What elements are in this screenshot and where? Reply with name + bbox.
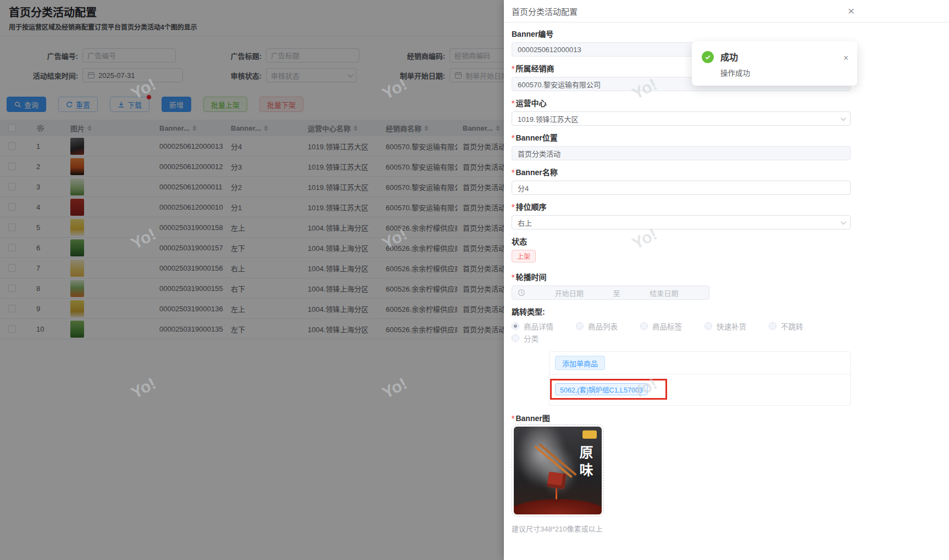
field-jump-type: 跳转类型: 商品详情商品列表商品标签快速补货不跳转分类 [512, 307, 851, 344]
jump-type-radio-1[interactable]: 商品列表 [576, 320, 640, 332]
name-input[interactable]: 分4 [512, 181, 851, 195]
brand-logo [582, 430, 597, 439]
radio-icon [512, 322, 519, 330]
field-position: Banner位置 首页分类活动 [512, 133, 851, 160]
radio-label: 不跳转 [781, 321, 803, 332]
field-label: 跳转类型: [512, 307, 851, 317]
clock-icon [518, 289, 525, 296]
field-label: Banner名称 [512, 167, 851, 177]
hotpot-cube [547, 472, 567, 489]
drawer-close-icon[interactable]: × [848, 4, 854, 18]
radio-label: 商品标签 [652, 321, 682, 332]
toast-title: 成功 [720, 50, 750, 63]
field-time: 轮播时间 开始日期 至 结束日期 [512, 272, 851, 300]
jump-type-radio-5[interactable]: 分类 [512, 332, 576, 344]
radio-icon [640, 322, 648, 330]
radio-label: 快速补货 [717, 321, 746, 332]
field-banner-image: Banner图 ···· 原味 建议尺寸348*210像素或以上 [512, 413, 851, 534]
radio-label: 分类 [524, 333, 539, 344]
radio-icon [769, 322, 776, 330]
radio-icon [576, 322, 584, 330]
jump-type-radio-3[interactable]: 快速补货 [704, 320, 769, 332]
jump-type-radio-0[interactable]: 商品详情 [512, 320, 576, 332]
time-range-picker[interactable]: 开始日期 至 结束日期 [512, 285, 709, 300]
field-name: Banner名称 分4 [512, 167, 851, 195]
chevron-down-icon [841, 219, 846, 225]
radio-icon [512, 334, 519, 342]
hotpot-base [514, 499, 602, 514]
field-label: 状态 [512, 237, 851, 247]
drawer-body: Banner编号 0000250612000013 所属经销商 600570.黎… [504, 23, 851, 534]
radio-label: 商品详情 [524, 321, 553, 332]
start-date-placeholder: 开始日期 [530, 288, 609, 298]
field-label: 轮播时间 [512, 272, 851, 282]
radio-label: 商品列表 [588, 321, 618, 332]
chevron-down-icon [841, 115, 846, 121]
field-status: 状态 上架 [512, 237, 851, 262]
order-value: 右上 [518, 217, 532, 228]
center-select[interactable]: 1019.领锋江苏大区 [512, 111, 851, 126]
order-select[interactable]: 右上 [512, 215, 851, 229]
dealer-value: 600570.黎安运输有限公司 [518, 79, 601, 89]
add-product-button[interactable]: 添加单商品 [555, 356, 605, 370]
annotation-box: 5062,(套)锅炉组C1,L57003 [550, 379, 667, 400]
jump-type-radio-group: 商品详情商品列表商品标签快速补货不跳转分类 [512, 320, 851, 344]
jump-type-radio-2[interactable]: 商品标签 [640, 320, 704, 332]
success-check-icon [702, 51, 714, 63]
toast-message: 操作成功 [720, 67, 750, 78]
end-date-placeholder: 结束日期 [625, 288, 704, 298]
banner-no-value: 0000250612000013 [518, 46, 581, 54]
jump-type-radio-4[interactable]: 不跳转 [769, 320, 833, 332]
field-label: Banner图 [512, 413, 851, 423]
drawer-title: 首页分类活动配置 [512, 5, 578, 17]
field-label: Banner位置 [512, 133, 851, 143]
radio-icon [704, 322, 712, 330]
field-label: 排位顺序 [512, 202, 851, 212]
image-size-hint: 建议尺寸348*210像素或以上 [512, 523, 851, 534]
field-order: 排位顺序 右上 [512, 202, 851, 229]
field-label: 运营中心 [512, 98, 851, 108]
image-overlay-text: 原味 [575, 445, 595, 480]
success-toast: 成功 操作成功 × [692, 41, 857, 86]
position-input[interactable]: 首页分类活动 [512, 146, 851, 160]
field-center: 运营中心 1019.领锋江苏大区 [512, 98, 851, 126]
field-label: Banner编号 [512, 29, 851, 39]
drawer-header: 首页分类活动配置 × [504, 0, 949, 23]
status-badge: 上架 [512, 250, 536, 262]
center-value: 1019.领锋江苏大区 [518, 114, 579, 124]
range-separator: 至 [613, 288, 620, 298]
product-tag[interactable]: 5062,(套)锅炉组C1,L57003 [555, 383, 648, 395]
name-value: 分4 [518, 183, 529, 193]
position-value: 首页分类活动 [518, 148, 560, 159]
toast-close-icon[interactable]: × [843, 54, 848, 62]
product-panel: 添加单商品 5062,(套)锅炉组C1,L57003 [549, 351, 851, 406]
banner-image-preview[interactable]: ···· 原味 [514, 427, 602, 514]
